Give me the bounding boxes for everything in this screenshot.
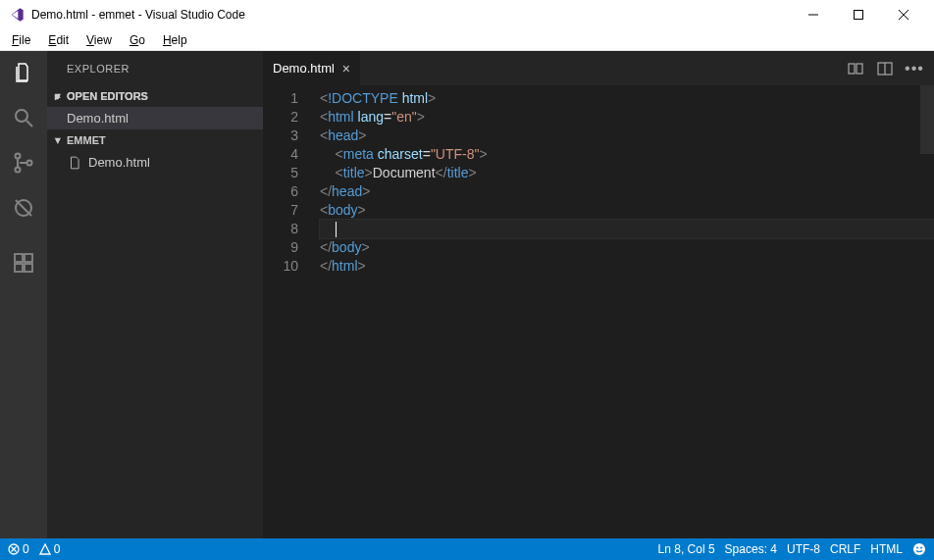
extensions-icon[interactable] [10,249,37,277]
explorer-icon[interactable] [10,59,37,86]
sidebar-title: EXPLORER [47,51,263,85]
chevron-down-icon: ▸ [52,133,65,147]
search-icon[interactable] [10,104,37,131]
line-numbers: 12345678910 [263,85,310,538]
language-mode[interactable]: HTML [870,542,903,556]
editor-area: Demo.html × ••• 12345678910 <!DOCTYPE ht… [263,51,934,538]
window-controls [791,0,926,29]
menu-file[interactable]: File [4,31,38,49]
maximize-button[interactable] [836,0,881,29]
close-icon[interactable]: × [342,61,350,76]
code-content[interactable]: <!DOCTYPE html><html lang="en"><head> <m… [310,85,934,538]
statusbar: 0 0 Ln 8, Col 5 Spaces: 4 UTF-8 CRLF HTM… [0,538,934,560]
svg-rect-14 [25,264,32,272]
menubar: File Edit View Go Help [0,29,934,51]
svg-line-5 [26,121,32,127]
html-file-icon [67,156,82,170]
errors-count[interactable]: 0 [8,542,29,556]
more-icon[interactable]: ••• [907,61,922,76]
file-label: Demo.html [88,155,150,170]
split-editor-icon[interactable] [877,61,893,76]
minimize-button[interactable] [791,0,836,29]
tab-label: Demo.html [273,61,335,76]
compare-icon[interactable] [848,61,863,76]
source-control-icon[interactable] [10,149,37,177]
folder-label: EMMET [67,134,106,146]
menu-view[interactable]: View [78,31,120,49]
chevron-down-icon: ▸ [52,89,65,103]
vscode-logo-icon [8,6,26,24]
code-editor[interactable]: 12345678910 <!DOCTYPE html><html lang="e… [263,85,934,538]
svg-point-24 [920,547,922,549]
warnings-count[interactable]: 0 [39,542,61,556]
window-title: Demo.html - emmet - Visual Studio Code [31,8,791,22]
svg-point-22 [913,543,925,555]
svg-point-6 [16,154,21,159]
tab-demo-html[interactable]: Demo.html × [263,51,361,85]
svg-rect-15 [849,64,855,74]
svg-rect-16 [856,64,862,74]
editor-tabs: Demo.html × ••• [263,51,934,85]
close-button[interactable] [881,0,926,29]
svg-rect-1 [855,11,863,20]
svg-point-23 [916,547,918,549]
feedback-icon[interactable] [912,542,926,556]
svg-rect-11 [15,254,23,262]
scrollbar[interactable] [920,85,934,538]
folder-header[interactable]: ▸ EMMET [47,129,263,151]
indentation[interactable]: Spaces: 4 [725,542,777,556]
editor-actions: ••• [836,51,934,85]
menu-go[interactable]: Go [122,31,153,49]
titlebar: Demo.html - emmet - Visual Studio Code [0,0,934,29]
encoding[interactable]: UTF-8 [787,542,820,556]
svg-point-8 [27,161,32,166]
svg-rect-13 [15,264,23,272]
eol[interactable]: CRLF [830,542,860,556]
menu-help[interactable]: Help [155,31,195,49]
svg-point-7 [16,168,21,173]
menu-edit[interactable]: Edit [40,31,77,49]
sidebar: EXPLORER ▸ OPEN EDITORS ▸ OPEN EDITORS D… [47,51,263,538]
svg-point-4 [16,110,27,122]
line-column[interactable]: Ln 8, Col 5 [658,542,715,556]
open-editors-header-real[interactable]: ▸ OPEN EDITORS [47,85,263,107]
activity-bar [0,51,47,538]
svg-rect-12 [25,254,32,262]
file-tree-item[interactable]: Demo.html [47,151,263,174]
file-label: Demo.html [67,111,129,126]
open-editor-item[interactable]: Demo.html [47,107,263,129]
debug-icon[interactable] [10,194,37,222]
